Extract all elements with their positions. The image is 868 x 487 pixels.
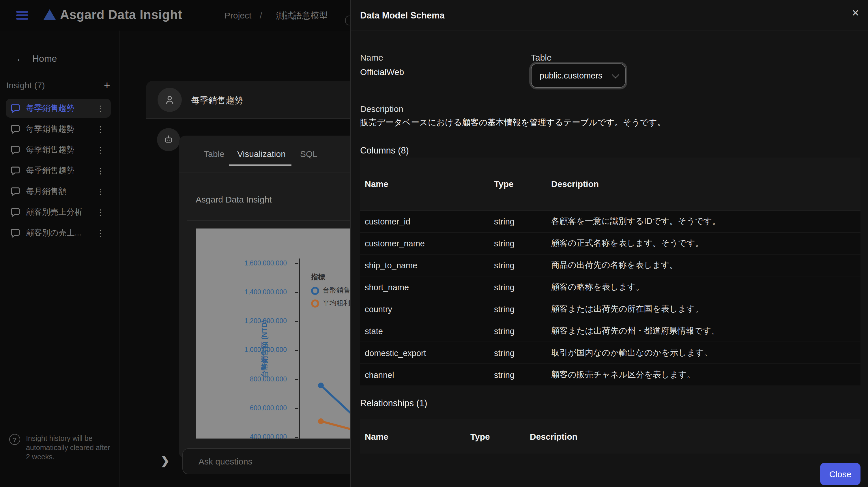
back-arrow-icon: ← bbox=[16, 53, 26, 65]
line-chart: 1,600,000,000 1,400,000,000 1,200,000,00… bbox=[196, 228, 369, 439]
chat-bubble-icon bbox=[10, 228, 20, 238]
column-header-description: Description bbox=[551, 179, 861, 189]
cell-type: string bbox=[494, 304, 551, 314]
table-row: domestic_export string 取引が国内なのか輸出なのかを示しま… bbox=[360, 342, 861, 363]
item-more-menu-icon[interactable]: ⋮ bbox=[95, 187, 106, 196]
close-button[interactable]: Close bbox=[820, 463, 861, 485]
chat-bubble-icon bbox=[10, 103, 20, 113]
user-avatar bbox=[158, 88, 182, 112]
chat-main: 每季銷售趨勢 Table Visualization SQL Asgard Da… bbox=[120, 31, 350, 487]
insight-item-label: 每季銷售趨勢 bbox=[26, 165, 95, 176]
breadcrumb-project[interactable]: Project bbox=[224, 10, 251, 20]
chat-bubble-icon bbox=[10, 166, 20, 175]
insight-item-label: 每季銷售趨勢 bbox=[26, 103, 95, 113]
cell-type: string bbox=[494, 283, 551, 292]
cell-name: state bbox=[360, 326, 494, 335]
name-field-label: Name bbox=[360, 53, 383, 62]
cell-description: 商品の出荷先の名称を表します。 bbox=[551, 260, 861, 271]
sidebar: ← Home Insight (7) + 每季銷售趨勢 ⋮ 每季銷售趨勢 ⋮ 每… bbox=[0, 31, 120, 487]
item-more-menu-icon[interactable]: ⋮ bbox=[95, 104, 106, 113]
brand-title: Asgard Data Insight bbox=[60, 7, 182, 23]
cell-name: channel bbox=[360, 370, 494, 379]
column-header-type: Type bbox=[494, 179, 551, 189]
table-row: customer_id string 各顧客を一意に識別するIDです。そうです。 bbox=[360, 210, 861, 232]
breadcrumb-current-model[interactable]: 測試語意模型 bbox=[276, 10, 328, 21]
table-row: state string 顧客または出荷先の州・都道府県情報です。 bbox=[360, 320, 861, 342]
chat-bubble-icon bbox=[10, 124, 20, 134]
info-question-icon: ? bbox=[9, 434, 20, 445]
table-field-label: Table bbox=[531, 53, 552, 62]
drawer-header: Data Model Schema ✕ bbox=[351, 0, 868, 31]
cell-description: 顧客の正式名称を表します。そうです。 bbox=[551, 238, 861, 249]
rel-header-description: Description bbox=[530, 431, 861, 441]
cell-type: string bbox=[494, 370, 551, 379]
item-more-menu-icon[interactable]: ⋮ bbox=[95, 124, 106, 134]
table-row: country string 顧客または出荷先の所在国を表します。 bbox=[360, 298, 861, 320]
divider bbox=[187, 220, 377, 221]
screen: Asgard Data Insight Project / 測試語意模型 ← H… bbox=[0, 0, 868, 487]
cell-type: string bbox=[494, 348, 551, 357]
cell-type: string bbox=[494, 238, 551, 248]
tab-visualization[interactable]: Visualization bbox=[237, 149, 286, 159]
cell-description: 各顧客を一意に識別するIDです。そうです。 bbox=[551, 216, 861, 227]
drawer-title: Data Model Schema bbox=[360, 10, 445, 21]
sidebar-home-link[interactable]: ← Home bbox=[16, 53, 57, 65]
chat-bubble-icon bbox=[10, 145, 20, 155]
relationships-section-title: Relationships (1) bbox=[360, 398, 427, 409]
table-row: short_name string 顧客の略称を表します。 bbox=[360, 276, 861, 298]
sidebar-item-insight-5[interactable]: 每月銷售額 ⋮ bbox=[6, 182, 111, 201]
sidebar-item-insight-3[interactable]: 每季銷售趨勢 ⋮ bbox=[6, 140, 111, 159]
cell-name: customer_id bbox=[360, 217, 494, 226]
relationships-table: Name Type Description bbox=[360, 419, 861, 454]
cell-description: 顧客の販売チャネル区分を表します。 bbox=[551, 369, 861, 380]
cell-description: 顧客または出荷先の所在国を表します。 bbox=[551, 303, 861, 315]
chevron-down-icon bbox=[612, 71, 619, 78]
insight-item-label: 每季銷售趨勢 bbox=[26, 144, 95, 155]
cell-name: domestic_export bbox=[360, 348, 494, 357]
item-more-menu-icon[interactable]: ⋮ bbox=[95, 166, 106, 175]
cell-name: ship_to_name bbox=[360, 261, 494, 270]
insight-section-header: Insight (7) + bbox=[6, 80, 110, 90]
add-insight-icon[interactable]: + bbox=[104, 81, 110, 89]
chat-bubble-icon bbox=[10, 207, 20, 217]
sidebar-item-insight-7[interactable]: 顧客別の売上... ⋮ bbox=[6, 223, 111, 242]
active-tab-underline bbox=[229, 164, 291, 166]
cell-type: string bbox=[494, 217, 551, 226]
sidebar-item-insight-6[interactable]: 顧客別売上分析 ⋮ bbox=[6, 202, 111, 222]
breadcrumb-separator: / bbox=[260, 10, 262, 20]
expand-chevron-icon[interactable]: ❯ bbox=[160, 454, 170, 467]
cell-description: 取引が国内なのか輸出なのかを示します。 bbox=[551, 347, 861, 358]
insight-item-label: 顧客別の売上... bbox=[26, 228, 95, 238]
table-select-dropdown[interactable]: public.customers bbox=[531, 63, 626, 88]
cell-name: country bbox=[360, 304, 494, 314]
description-label: Description bbox=[360, 104, 403, 114]
insight-section-label: Insight (7) bbox=[6, 80, 45, 90]
insight-item-label: 每季銷售趨勢 bbox=[26, 124, 95, 134]
data-model-schema-drawer: Data Model Schema ✕ Name OfficialWeb Tab… bbox=[350, 0, 868, 487]
sidebar-item-insight-4[interactable]: 每季銷售趨勢 ⋮ bbox=[6, 161, 111, 180]
cell-type: string bbox=[494, 326, 551, 335]
insight-item-label: 顧客別売上分析 bbox=[26, 207, 95, 217]
sidebar-item-insight-2[interactable]: 每季銷售趨勢 ⋮ bbox=[6, 120, 111, 138]
chart-card-title: Asgard Data Insight bbox=[196, 194, 272, 204]
app-root: Asgard Data Insight Project / 測試語意模型 ← H… bbox=[0, 0, 868, 487]
columns-section-title: Columns (8) bbox=[360, 145, 409, 156]
columns-table: Name Type Description customer_id string… bbox=[360, 158, 861, 385]
hamburger-menu-icon[interactable] bbox=[16, 11, 28, 20]
column-header-name: Name bbox=[360, 179, 494, 189]
insight-list: 每季銷售趨勢 ⋮ 每季銷售趨勢 ⋮ 每季銷售趨勢 ⋮ 每季銷售趨勢 ⋮ 每月銷售… bbox=[6, 99, 111, 244]
close-icon[interactable]: ✕ bbox=[851, 7, 859, 19]
home-label: Home bbox=[32, 53, 57, 64]
cell-name: customer_name bbox=[360, 238, 494, 248]
rel-header-name: Name bbox=[360, 431, 470, 441]
cell-name: short_name bbox=[360, 283, 494, 292]
brand-triangle-logo-icon bbox=[43, 9, 56, 20]
sidebar-item-insight-1[interactable]: 每季銷售趨勢 ⋮ bbox=[6, 99, 111, 118]
item-more-menu-icon[interactable]: ⋮ bbox=[95, 228, 106, 237]
tab-table[interactable]: Table bbox=[204, 149, 224, 159]
tab-sql[interactable]: SQL bbox=[300, 149, 317, 159]
item-more-menu-icon[interactable]: ⋮ bbox=[95, 145, 106, 154]
item-more-menu-icon[interactable]: ⋮ bbox=[95, 207, 106, 217]
name-field-value: OfficialWeb bbox=[360, 67, 404, 77]
relationships-table-header: Name Type Description bbox=[360, 419, 861, 454]
